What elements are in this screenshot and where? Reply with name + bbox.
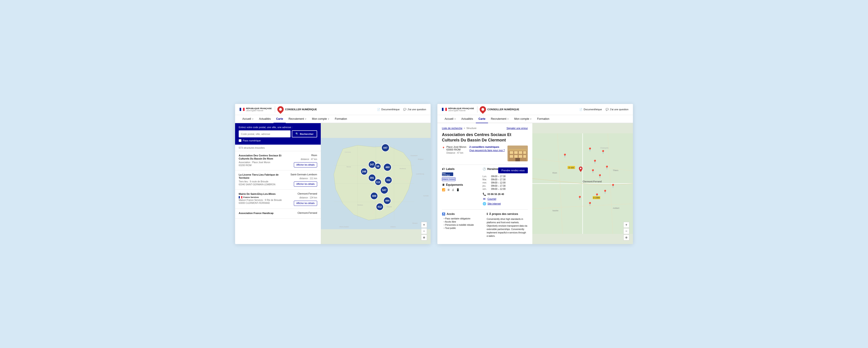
cluster-112[interactable]: 112: [375, 179, 381, 186]
nav-accueil-2[interactable]: Accueil ∨: [442, 115, 459, 123]
pin-10[interactable]: 📍: [588, 202, 592, 206]
flag-red-2: [445, 108, 447, 111]
report-error-link[interactable]: Signaler une erreur: [506, 127, 528, 129]
nav-moncompte-1[interactable]: Mon compte ∨: [309, 115, 332, 123]
btn-details-2[interactable]: Afficher les détails: [294, 182, 317, 187]
french-flag-2: [442, 108, 447, 111]
svg-text:C: C: [580, 168, 581, 169]
search-input-1[interactable]: [239, 130, 290, 137]
cluster-547[interactable]: 547: [380, 186, 388, 194]
zoom-out-btn-2[interactable]: −: [623, 228, 629, 234]
conseillers-link[interactable]: Que peuvent-ils faire pour moi ?: [469, 149, 505, 152]
nav-carte-2[interactable]: Carte: [476, 115, 488, 123]
pin-6[interactable]: 📍: [591, 169, 595, 173]
pin-12[interactable]: 📍: [603, 190, 608, 194]
pin-8[interactable]: 📍: [604, 165, 609, 170]
pin-11[interactable]: 📍: [595, 193, 599, 197]
nav-carte-label-2: Carte: [478, 117, 486, 121]
label-pass-row: Pass numérique: [442, 172, 479, 176]
nav-formation-1[interactable]: Formation: [332, 115, 350, 123]
horaire-ven: ven. 09h30 – 12:00: [483, 188, 528, 190]
main-pin-svg: C: [578, 166, 583, 174]
french-flag-1: [240, 108, 245, 111]
cluster-248[interactable]: 248: [361, 168, 368, 175]
doc-icon-1: 📄: [377, 108, 380, 111]
services-title: ℹ À propos des services: [487, 213, 528, 216]
cluster-347[interactable]: 347: [368, 161, 376, 168]
cluster-409[interactable]: 409: [370, 192, 378, 200]
doc-link-1[interactable]: 📄 Documenthèque: [377, 108, 400, 111]
map-controls-2: + − ⊕: [623, 222, 629, 241]
detail-header-row: 📍 Place José Moron 63000 RIOM Distance :…: [442, 146, 528, 161]
services-text: Conveniently drive high standards in pla…: [487, 217, 528, 238]
search-btn-1[interactable]: 🔍 Rechercher: [292, 130, 317, 137]
question-label-1: J'ai une question: [408, 108, 426, 111]
question-icon-1: 💬: [403, 108, 406, 111]
pin-2[interactable]: 📍: [563, 153, 567, 158]
cluster-480[interactable]: 480: [383, 163, 392, 171]
locate-btn-1[interactable]: ⊕: [421, 234, 427, 241]
structure-name-1: Association Des Centres Sociaux Et Cultu…: [239, 154, 291, 160]
pin-4[interactable]: 📍: [588, 147, 592, 152]
pass-num-checkbox-1[interactable]: [239, 139, 241, 142]
structure-addr-1: 63200 RIOM: [239, 164, 291, 166]
cluster-391[interactable]: 391: [368, 174, 376, 182]
svg-text:D 420: D 420: [569, 166, 574, 169]
pin-13[interactable]: 📍: [611, 184, 615, 188]
nav-moncompte-label-2: Mon compte: [514, 117, 529, 121]
equipements-section: 🖥 Équipements 📶 🖥 🖨 📱: [442, 183, 479, 191]
screens-container: RÉPUBLIQUE FRANÇAISE Liberté Égalité Fra…: [235, 104, 633, 244]
contact-tel: 03 86 55 26 40: [488, 193, 504, 195]
nav-recrutement-2[interactable]: Recrutement ∨: [488, 115, 512, 123]
cluster-58[interactable]: 58: [375, 163, 381, 169]
horaire-mer: mer. 09h30 – 12:00: [483, 182, 528, 184]
mail-icon: ✉: [483, 197, 486, 201]
svg-rect-28: [519, 151, 522, 154]
map-area-1: Paris Rennes Strasbourg Bordeaux Marseil…: [321, 123, 431, 244]
cn-pin-inner-2: [482, 108, 484, 111]
nav-actualites-1[interactable]: Actualités: [256, 115, 274, 123]
nav-actualites-label-1: Actualités: [259, 117, 271, 121]
nav-recrutement-1[interactable]: Recrutement ∨: [286, 115, 309, 123]
zoom-out-btn-1[interactable]: −: [421, 228, 427, 234]
nav-moncompte-2[interactable]: Mon compte ∨: [512, 115, 534, 123]
btn-rdv[interactable]: Prendre rendez-vous: [498, 167, 528, 173]
nav-formation-2[interactable]: Formation: [534, 115, 552, 123]
acces-item-1: Pass sanitaire obligatoire: [442, 217, 483, 220]
structure-right-3: Clermont-Ferrand distance : 134 km Affic…: [294, 192, 317, 206]
question-label-2: J'ai une question: [610, 108, 628, 111]
pin-5[interactable]: 📍: [601, 150, 605, 154]
svg-text:SUISSE: SUISSE: [423, 195, 429, 197]
france-services-label-3: France Services: [243, 196, 259, 198]
pin-9[interactable]: 📍: [578, 196, 582, 200]
day-jeu: jeu.: [483, 185, 489, 187]
question-link-2[interactable]: 💬 J'ai une question: [606, 108, 628, 111]
time-mar: 09h30 – 17:30: [491, 178, 506, 181]
cluster-447[interactable]: 447: [381, 144, 390, 152]
breadcrumb-list-link[interactable]: Liste de recherche: [442, 127, 463, 129]
pin-main[interactable]: C: [578, 166, 583, 175]
btn-details-3[interactable]: Afficher les détails: [294, 201, 317, 206]
zoom-in-btn-1[interactable]: +: [421, 222, 427, 228]
contact-web-link[interactable]: Site internet: [488, 202, 501, 205]
horaire-lun: Lun. 09h30 – 17:30: [483, 175, 528, 178]
nav-carte-1[interactable]: Carte: [274, 115, 286, 123]
doc-link-2[interactable]: 📄 Documenthèque: [579, 108, 602, 111]
pin-7[interactable]: 📍: [598, 174, 602, 178]
pin-3[interactable]: 📍: [593, 160, 597, 164]
question-link-1[interactable]: 💬 J'ai une question: [403, 108, 426, 111]
nav-actualites-2[interactable]: Actualités: [459, 115, 476, 123]
cluster-412[interactable]: 412: [376, 203, 383, 211]
detail-conseillers: 2 conseillers numériques Que peuvent-ils…: [469, 146, 505, 152]
screen-1: RÉPUBLIQUE FRANÇAISE Liberté Égalité Fra…: [235, 104, 431, 244]
nav-accueil-1[interactable]: Accueil ∨: [240, 115, 256, 123]
contact-mail-link[interactable]: Courriel: [488, 197, 496, 200]
breadcrumb-2: Liste de recherche > Structure Signaler …: [442, 127, 528, 129]
btn-details-1[interactable]: Afficher les détails: [294, 162, 317, 167]
logo-cn-1: CONSEILLER NUMÉRIQUE: [275, 106, 317, 113]
zoom-in-btn-2[interactable]: +: [623, 222, 629, 228]
horaires-table: Lun. 09h30 – 17:30 Mar. 09h30 – 17:30 me…: [483, 175, 528, 190]
rf-sub-1: Liberté Égalité Fraternité: [246, 110, 272, 112]
nav-formation-label-1: Formation: [335, 117, 347, 121]
locate-btn-2[interactable]: ⊕: [623, 234, 629, 241]
